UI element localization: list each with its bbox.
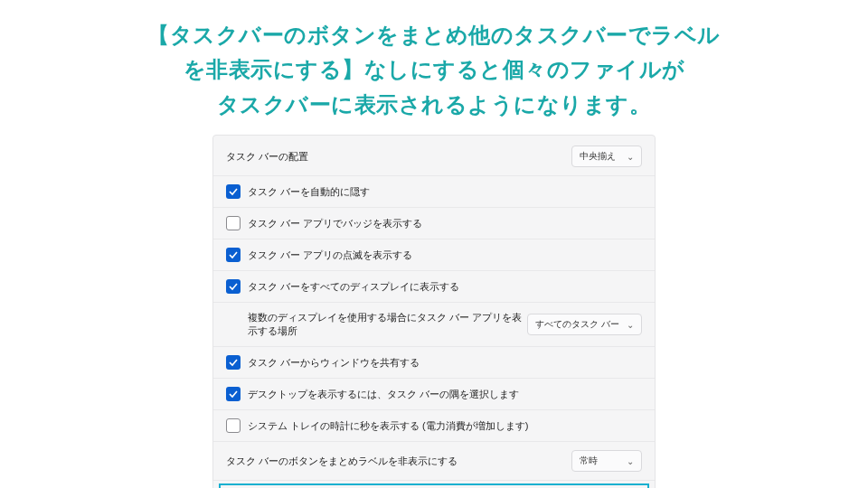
share-window-label: タスク バーからウィンドウを共有する: [248, 356, 642, 370]
setting-alignment-row: タスク バーの配置 中央揃え ⌄: [213, 137, 655, 176]
heading-line-1: 【タスクバーのボタンをまとめ他のタスクバーでラベル: [147, 23, 721, 47]
check-icon: [229, 187, 238, 196]
highlighted-setting: タスク バーのボタンをまとめ他のタスク バーでラベルを非表示にする 常時 ⌄: [219, 483, 649, 488]
flashing-checkbox[interactable]: [226, 248, 241, 262]
multi-display-apps-value: すべてのタスク バー: [535, 318, 619, 331]
all-displays-checkbox[interactable]: [226, 279, 241, 294]
setting-all-displays-row[interactable]: タスク バーをすべてのディスプレイに表示する: [213, 271, 655, 303]
flashing-label: タスク バー アプリの点滅を表示する: [248, 249, 642, 262]
all-displays-label: タスク バーをすべてのディスプレイに表示する: [248, 280, 642, 294]
share-window-checkbox[interactable]: [226, 355, 241, 370]
alignment-select[interactable]: 中央揃え ⌄: [571, 145, 642, 167]
setting-share-window-row[interactable]: タスク バーからウィンドウを共有する: [213, 347, 655, 379]
check-icon: [229, 282, 238, 291]
heading-line-2: を非表示にする】なしにすると個々のファイルが: [184, 57, 685, 81]
combine-main-select[interactable]: 常時 ⌄: [571, 450, 642, 472]
setting-badges-row[interactable]: タスク バー アプリでバッジを表示する: [213, 208, 655, 239]
auto-hide-label: タスク バーを自動的に隠す: [248, 185, 642, 199]
tray-seconds-checkbox[interactable]: [226, 418, 241, 433]
taskbar-settings-panel: タスク バーの配置 中央揃え ⌄ タスク バーを自動的に隠す タスク バー アプ…: [212, 135, 656, 488]
badges-label: タスク バー アプリでバッジを表示する: [248, 217, 642, 230]
auto-hide-checkbox[interactable]: [226, 184, 241, 199]
multi-display-apps-select[interactable]: すべてのタスク バー ⌄: [527, 314, 642, 335]
heading-line-3: タスクバーに表示されるようになります。: [217, 92, 652, 117]
check-icon: [229, 250, 238, 259]
setting-alignment-label: タスク バーの配置: [226, 150, 571, 164]
setting-flashing-row[interactable]: タスク バー アプリの点滅を表示する: [213, 239, 655, 271]
setting-show-desktop-row[interactable]: デスクトップを表示するには、タスク バーの隅を選択します: [213, 379, 655, 410]
setting-auto-hide-row[interactable]: タスク バーを自動的に隠す: [213, 176, 655, 208]
show-desktop-label: デスクトップを表示するには、タスク バーの隅を選択します: [248, 388, 642, 401]
tray-seconds-label: システム トレイの時計に秒を表示する (電力消費が増加します): [248, 419, 642, 433]
badges-checkbox[interactable]: [226, 216, 241, 230]
combine-main-label: タスク バーのボタンをまとめラベルを非表示にする: [226, 455, 571, 468]
check-icon: [229, 358, 238, 367]
alignment-select-value: 中央揃え: [580, 150, 616, 163]
setting-combine-main-row: タスク バーのボタンをまとめラベルを非表示にする 常時 ⌄: [213, 442, 655, 481]
chevron-down-icon: ⌄: [627, 320, 634, 330]
setting-tray-seconds-row[interactable]: システム トレイの時計に秒を表示する (電力消費が増加します): [213, 410, 655, 442]
multi-display-apps-label: 複数のディスプレイを使用する場合にタスク バー アプリを表示する場所: [226, 311, 527, 338]
show-desktop-checkbox[interactable]: [226, 387, 241, 401]
chevron-down-icon: ⌄: [627, 456, 634, 466]
instruction-heading: 【タスクバーのボタンをまとめ他のタスクバーでラベル を非表示にする】なしにすると…: [0, 0, 868, 135]
check-icon: [229, 389, 238, 399]
combine-main-value: 常時: [580, 455, 598, 467]
setting-multi-display-apps-row: 複数のディスプレイを使用する場合にタスク バー アプリを表示する場所 すべてのタ…: [213, 303, 655, 347]
setting-combine-other-row: タスク バーのボタンをまとめ他のタスク バーでラベルを非表示にする 常時 ⌄: [213, 481, 655, 488]
chevron-down-icon: ⌄: [627, 152, 634, 162]
